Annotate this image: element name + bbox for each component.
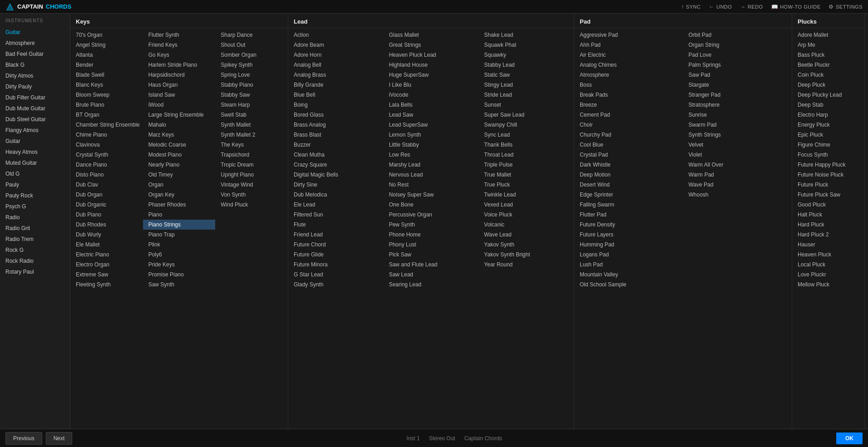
- list-item[interactable]: Harpsidischord: [143, 70, 216, 80]
- list-item[interactable]: Squawk Phat: [478, 40, 574, 50]
- list-item[interactable]: Bass Pluck: [792, 50, 864, 60]
- list-item[interactable]: Clavinova: [70, 140, 143, 150]
- list-item[interactable]: Super Saw Lead: [478, 110, 574, 120]
- list-item[interactable]: Poly6: [143, 250, 216, 260]
- list-item[interactable]: Organ Key: [143, 190, 216, 200]
- list-item[interactable]: Logans Pad: [574, 250, 683, 260]
- next-button[interactable]: Next: [46, 432, 73, 445]
- sidebar-item-guitar[interactable]: Guitar: [0, 27, 70, 38]
- list-item-piano-strings[interactable]: Piano Strings: [143, 220, 216, 230]
- list-item[interactable]: Organ: [143, 180, 216, 190]
- list-item[interactable]: Stabby Lead: [478, 60, 574, 70]
- list-item[interactable]: Atlanta: [70, 50, 143, 60]
- list-item[interactable]: Synth Mallet 2: [215, 130, 288, 140]
- list-item[interactable]: Modest Piano: [143, 150, 216, 160]
- list-item[interactable]: Saw Pad: [683, 70, 792, 80]
- list-item[interactable]: Future Noise Pluck: [792, 170, 864, 180]
- list-item[interactable]: Crazy Square: [288, 160, 384, 170]
- list-item[interactable]: Synth Mallet: [215, 120, 288, 130]
- list-item[interactable]: Lush Pad: [574, 260, 683, 270]
- list-item[interactable]: Action: [288, 30, 384, 40]
- list-item[interactable]: Electro Harp: [792, 110, 864, 120]
- list-item[interactable]: Air Electric: [574, 50, 683, 60]
- sidebar-item-guitar2[interactable]: Guitar: [0, 136, 70, 147]
- list-item[interactable]: Crystal Synth: [70, 150, 143, 160]
- list-item[interactable]: Squawky: [478, 50, 574, 60]
- sidebar-item-radio-grit[interactable]: Radio Grit: [0, 223, 70, 234]
- list-item[interactable]: Mellow Pluck: [792, 280, 864, 290]
- sidebar-item-radio-trem[interactable]: Radio Trem: [0, 234, 70, 245]
- list-item[interactable]: Deep Motion: [574, 170, 683, 180]
- list-item[interactable]: Old Timey: [143, 170, 216, 180]
- list-item[interactable]: Brute Piano: [70, 100, 143, 110]
- list-item[interactable]: Dub Organic: [70, 200, 143, 210]
- list-item[interactable]: Edge Sprinter: [574, 190, 683, 200]
- list-item[interactable]: Hard Pluck: [792, 220, 864, 230]
- list-item[interactable]: Little Stabby: [384, 140, 479, 150]
- list-item[interactable]: Saw and Flute Lead: [384, 260, 479, 270]
- list-item[interactable]: iWood: [143, 100, 216, 110]
- sidebar-item-dirty-atmos[interactable]: Dirty Atmos: [0, 70, 70, 81]
- list-item[interactable]: Vexed Lead: [478, 200, 574, 210]
- list-item[interactable]: Swarm Pad: [683, 120, 792, 130]
- list-item[interactable]: Future Minora: [288, 260, 384, 270]
- list-item[interactable]: Von Synth: [215, 190, 288, 200]
- list-item[interactable]: Pick Saw: [384, 250, 479, 260]
- list-item[interactable]: Huge SuperSaw: [384, 70, 479, 80]
- list-item[interactable]: One Bone: [384, 200, 479, 210]
- list-item[interactable]: Electro Organ: [70, 260, 143, 270]
- list-item[interactable]: Fleeting Synth: [70, 280, 143, 290]
- list-item[interactable]: Analog Bell: [288, 60, 384, 70]
- list-item[interactable]: Analog Chimes: [574, 60, 683, 70]
- list-item[interactable]: Violet: [683, 150, 792, 160]
- list-item[interactable]: Glady Synth: [288, 280, 384, 290]
- list-item[interactable]: Dub Piano: [70, 210, 143, 220]
- list-item[interactable]: Deep Stab: [792, 100, 864, 110]
- list-item[interactable]: Bored Glass: [288, 110, 384, 120]
- list-item[interactable]: Marshy Lead: [384, 160, 479, 170]
- list-item[interactable]: Whoosh: [683, 190, 792, 200]
- list-item[interactable]: Wind Pluck: [215, 200, 288, 210]
- list-item[interactable]: I Like Blu: [384, 80, 479, 90]
- sidebar-item-flangy-atmos[interactable]: Flangy Atmos: [0, 125, 70, 136]
- list-item[interactable]: Digital Magic Bells: [288, 170, 384, 180]
- list-item[interactable]: Pride Keys: [143, 260, 216, 270]
- list-item[interactable]: Chime Piano: [70, 130, 143, 140]
- list-item[interactable]: Angel String: [70, 40, 143, 50]
- list-item[interactable]: Nervous Lead: [384, 170, 479, 180]
- list-item[interactable]: Twinkle Lead: [478, 190, 574, 200]
- list-item[interactable]: Warm All Over: [683, 160, 792, 170]
- sidebar-item-dirty-pauly[interactable]: Dirty Pauly: [0, 81, 70, 92]
- list-item[interactable]: Flutter Synth: [143, 30, 216, 40]
- list-item[interactable]: Stranger Pad: [683, 90, 792, 100]
- list-item[interactable]: Wave Lead: [478, 230, 574, 240]
- list-item[interactable]: Future Pluck Saw: [792, 190, 864, 200]
- list-item[interactable]: Dark Whistle: [574, 160, 683, 170]
- list-item[interactable]: Electric Piano: [70, 250, 143, 260]
- sidebar-item-atmosphere[interactable]: Atmosphere: [0, 38, 70, 49]
- list-item[interactable]: Epic Pluck: [792, 130, 864, 140]
- list-item[interactable]: Yakov Synth: [478, 240, 574, 250]
- list-item[interactable]: Love Pluckr: [792, 270, 864, 280]
- list-item[interactable]: Breeze: [574, 100, 683, 110]
- list-item[interactable]: Year Round: [478, 260, 574, 270]
- list-item[interactable]: Dirty Sine: [288, 180, 384, 190]
- sidebar-item-rock-radio[interactable]: Rock Radio: [0, 255, 70, 266]
- list-item[interactable]: Upright Piano: [215, 170, 288, 180]
- list-item[interactable]: Heaven Pluck Lead: [384, 50, 479, 60]
- list-item[interactable]: Swampy Chill: [478, 120, 574, 130]
- list-item[interactable]: Large String Ensemble: [143, 110, 216, 120]
- list-item[interactable]: Churchy Pad: [574, 130, 683, 140]
- list-item[interactable]: Saw Synth: [143, 280, 216, 290]
- list-item[interactable]: Energy Pluck: [792, 120, 864, 130]
- list-item[interactable]: Orbit Pad: [683, 30, 792, 40]
- list-item[interactable]: Heaven Pluck: [792, 250, 864, 260]
- list-item[interactable]: BT Organ: [70, 110, 143, 120]
- list-item[interactable]: Yakov Synth Bright: [478, 250, 574, 260]
- list-item[interactable]: Lala Bells: [384, 100, 479, 110]
- list-item[interactable]: Dub Melodica: [288, 190, 384, 200]
- sidebar-item-psych-g[interactable]: Psych G: [0, 201, 70, 212]
- list-item[interactable]: Stratosphere: [683, 100, 792, 110]
- sidebar-item-radio[interactable]: Radio: [0, 212, 70, 223]
- list-item[interactable]: Thank Bells: [478, 140, 574, 150]
